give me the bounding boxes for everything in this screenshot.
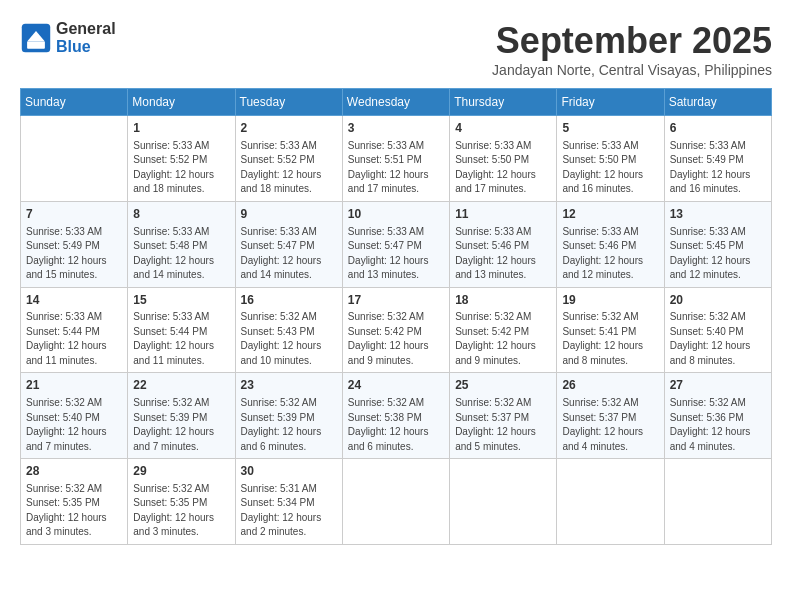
day-info: Sunrise: 5:32 AM Sunset: 5:39 PM Dayligh… xyxy=(241,396,337,454)
calendar-week-row: 14Sunrise: 5:33 AM Sunset: 5:44 PM Dayli… xyxy=(21,287,772,373)
day-number: 3 xyxy=(348,120,444,137)
table-row xyxy=(450,459,557,545)
table-row: 21Sunrise: 5:32 AM Sunset: 5:40 PM Dayli… xyxy=(21,373,128,459)
location-subtitle: Jandayan Norte, Central Visayas, Philipp… xyxy=(492,62,772,78)
calendar-table: Sunday Monday Tuesday Wednesday Thursday… xyxy=(20,88,772,545)
table-row: 19Sunrise: 5:32 AM Sunset: 5:41 PM Dayli… xyxy=(557,287,664,373)
day-number: 29 xyxy=(133,463,229,480)
day-info: Sunrise: 5:33 AM Sunset: 5:50 PM Dayligh… xyxy=(562,139,658,197)
day-info: Sunrise: 5:33 AM Sunset: 5:49 PM Dayligh… xyxy=(26,225,122,283)
table-row: 13Sunrise: 5:33 AM Sunset: 5:45 PM Dayli… xyxy=(664,201,771,287)
day-number: 7 xyxy=(26,206,122,223)
day-info: Sunrise: 5:32 AM Sunset: 5:35 PM Dayligh… xyxy=(26,482,122,540)
day-number: 1 xyxy=(133,120,229,137)
day-number: 6 xyxy=(670,120,766,137)
day-number: 26 xyxy=(562,377,658,394)
table-row: 10Sunrise: 5:33 AM Sunset: 5:47 PM Dayli… xyxy=(342,201,449,287)
day-number: 10 xyxy=(348,206,444,223)
day-info: Sunrise: 5:33 AM Sunset: 5:44 PM Dayligh… xyxy=(26,310,122,368)
day-info: Sunrise: 5:32 AM Sunset: 5:37 PM Dayligh… xyxy=(562,396,658,454)
calendar-week-row: 28Sunrise: 5:32 AM Sunset: 5:35 PM Dayli… xyxy=(21,459,772,545)
logo-icon xyxy=(20,22,52,54)
day-number: 21 xyxy=(26,377,122,394)
table-row: 23Sunrise: 5:32 AM Sunset: 5:39 PM Dayli… xyxy=(235,373,342,459)
table-row: 26Sunrise: 5:32 AM Sunset: 5:37 PM Dayli… xyxy=(557,373,664,459)
table-row xyxy=(342,459,449,545)
header-friday: Friday xyxy=(557,89,664,116)
table-row: 1Sunrise: 5:33 AM Sunset: 5:52 PM Daylig… xyxy=(128,116,235,202)
day-info: Sunrise: 5:32 AM Sunset: 5:40 PM Dayligh… xyxy=(26,396,122,454)
day-number: 14 xyxy=(26,292,122,309)
table-row: 8Sunrise: 5:33 AM Sunset: 5:48 PM Daylig… xyxy=(128,201,235,287)
day-info: Sunrise: 5:32 AM Sunset: 5:42 PM Dayligh… xyxy=(455,310,551,368)
table-row: 30Sunrise: 5:31 AM Sunset: 5:34 PM Dayli… xyxy=(235,459,342,545)
page-header: General Blue September 2025 Jandayan Nor… xyxy=(20,20,772,78)
day-info: Sunrise: 5:33 AM Sunset: 5:46 PM Dayligh… xyxy=(455,225,551,283)
table-row: 20Sunrise: 5:32 AM Sunset: 5:40 PM Dayli… xyxy=(664,287,771,373)
day-info: Sunrise: 5:33 AM Sunset: 5:50 PM Dayligh… xyxy=(455,139,551,197)
day-info: Sunrise: 5:33 AM Sunset: 5:45 PM Dayligh… xyxy=(670,225,766,283)
calendar-header-row: Sunday Monday Tuesday Wednesday Thursday… xyxy=(21,89,772,116)
table-row: 4Sunrise: 5:33 AM Sunset: 5:50 PM Daylig… xyxy=(450,116,557,202)
table-row: 29Sunrise: 5:32 AM Sunset: 5:35 PM Dayli… xyxy=(128,459,235,545)
day-number: 28 xyxy=(26,463,122,480)
svg-rect-2 xyxy=(27,42,45,49)
day-info: Sunrise: 5:31 AM Sunset: 5:34 PM Dayligh… xyxy=(241,482,337,540)
calendar-week-row: 1Sunrise: 5:33 AM Sunset: 5:52 PM Daylig… xyxy=(21,116,772,202)
table-row: 9Sunrise: 5:33 AM Sunset: 5:47 PM Daylig… xyxy=(235,201,342,287)
day-info: Sunrise: 5:33 AM Sunset: 5:46 PM Dayligh… xyxy=(562,225,658,283)
day-number: 19 xyxy=(562,292,658,309)
table-row: 22Sunrise: 5:32 AM Sunset: 5:39 PM Dayli… xyxy=(128,373,235,459)
day-number: 2 xyxy=(241,120,337,137)
day-info: Sunrise: 5:32 AM Sunset: 5:36 PM Dayligh… xyxy=(670,396,766,454)
table-row: 7Sunrise: 5:33 AM Sunset: 5:49 PM Daylig… xyxy=(21,201,128,287)
day-info: Sunrise: 5:33 AM Sunset: 5:52 PM Dayligh… xyxy=(133,139,229,197)
day-info: Sunrise: 5:32 AM Sunset: 5:37 PM Dayligh… xyxy=(455,396,551,454)
header-saturday: Saturday xyxy=(664,89,771,116)
table-row: 27Sunrise: 5:32 AM Sunset: 5:36 PM Dayli… xyxy=(664,373,771,459)
day-number: 30 xyxy=(241,463,337,480)
day-number: 15 xyxy=(133,292,229,309)
day-number: 13 xyxy=(670,206,766,223)
day-info: Sunrise: 5:33 AM Sunset: 5:48 PM Dayligh… xyxy=(133,225,229,283)
header-monday: Monday xyxy=(128,89,235,116)
table-row: 2Sunrise: 5:33 AM Sunset: 5:52 PM Daylig… xyxy=(235,116,342,202)
table-row xyxy=(664,459,771,545)
day-info: Sunrise: 5:33 AM Sunset: 5:52 PM Dayligh… xyxy=(241,139,337,197)
table-row: 11Sunrise: 5:33 AM Sunset: 5:46 PM Dayli… xyxy=(450,201,557,287)
day-info: Sunrise: 5:32 AM Sunset: 5:35 PM Dayligh… xyxy=(133,482,229,540)
logo-text: General Blue xyxy=(56,20,116,56)
header-wednesday: Wednesday xyxy=(342,89,449,116)
logo: General Blue xyxy=(20,20,116,56)
calendar-week-row: 7Sunrise: 5:33 AM Sunset: 5:49 PM Daylig… xyxy=(21,201,772,287)
day-number: 18 xyxy=(455,292,551,309)
day-info: Sunrise: 5:33 AM Sunset: 5:49 PM Dayligh… xyxy=(670,139,766,197)
table-row: 18Sunrise: 5:32 AM Sunset: 5:42 PM Dayli… xyxy=(450,287,557,373)
table-row: 25Sunrise: 5:32 AM Sunset: 5:37 PM Dayli… xyxy=(450,373,557,459)
day-info: Sunrise: 5:32 AM Sunset: 5:40 PM Dayligh… xyxy=(670,310,766,368)
day-info: Sunrise: 5:32 AM Sunset: 5:39 PM Dayligh… xyxy=(133,396,229,454)
header-tuesday: Tuesday xyxy=(235,89,342,116)
table-row: 14Sunrise: 5:33 AM Sunset: 5:44 PM Dayli… xyxy=(21,287,128,373)
day-info: Sunrise: 5:32 AM Sunset: 5:43 PM Dayligh… xyxy=(241,310,337,368)
header-thursday: Thursday xyxy=(450,89,557,116)
day-number: 20 xyxy=(670,292,766,309)
day-number: 25 xyxy=(455,377,551,394)
day-number: 16 xyxy=(241,292,337,309)
table-row: 3Sunrise: 5:33 AM Sunset: 5:51 PM Daylig… xyxy=(342,116,449,202)
day-info: Sunrise: 5:33 AM Sunset: 5:47 PM Dayligh… xyxy=(241,225,337,283)
table-row: 16Sunrise: 5:32 AM Sunset: 5:43 PM Dayli… xyxy=(235,287,342,373)
day-info: Sunrise: 5:33 AM Sunset: 5:44 PM Dayligh… xyxy=(133,310,229,368)
day-number: 27 xyxy=(670,377,766,394)
table-row xyxy=(557,459,664,545)
table-row: 6Sunrise: 5:33 AM Sunset: 5:49 PM Daylig… xyxy=(664,116,771,202)
table-row: 24Sunrise: 5:32 AM Sunset: 5:38 PM Dayli… xyxy=(342,373,449,459)
table-row: 12Sunrise: 5:33 AM Sunset: 5:46 PM Dayli… xyxy=(557,201,664,287)
day-info: Sunrise: 5:32 AM Sunset: 5:38 PM Dayligh… xyxy=(348,396,444,454)
table-row: 28Sunrise: 5:32 AM Sunset: 5:35 PM Dayli… xyxy=(21,459,128,545)
calendar-week-row: 21Sunrise: 5:32 AM Sunset: 5:40 PM Dayli… xyxy=(21,373,772,459)
table-row xyxy=(21,116,128,202)
day-number: 4 xyxy=(455,120,551,137)
day-number: 8 xyxy=(133,206,229,223)
day-info: Sunrise: 5:32 AM Sunset: 5:42 PM Dayligh… xyxy=(348,310,444,368)
